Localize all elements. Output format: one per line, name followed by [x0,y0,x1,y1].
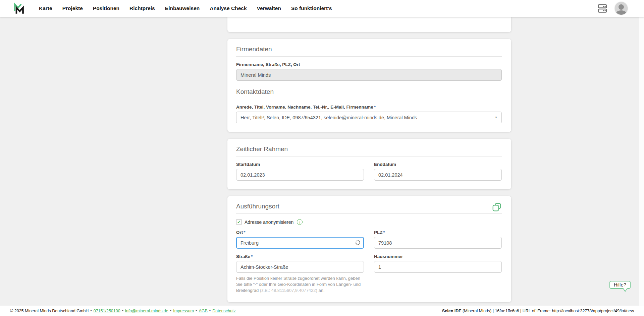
anonymize-label: Adresse anonymisieren [245,219,293,225]
nav-item-projekte[interactable]: Projekte [62,5,83,11]
main-nav: Karte Projekte Positionen Richtpreis Ein… [39,5,332,11]
strasse-field: Straße* Falls die Position keiner Straße… [236,254,364,294]
chevron-down-icon: ▼ [495,116,497,119]
nav-item-positionen[interactable]: Positionen [93,5,119,11]
info-icon[interactable]: i [297,219,303,225]
startdatum-field: Startdatum [236,162,364,181]
footer-link-email[interactable]: info@mineral-minds.de [125,309,168,313]
footer: © 2025 Mineral Minds Deutschland GmbH • … [0,306,644,316]
firmendaten-title: Firmendaten [236,46,502,53]
nav-item-richtpreis[interactable]: Richtpreis [129,5,155,11]
footer-debug-info: Selen IDE (Mineral Minds) | 16fae1ffc6a6… [442,309,634,313]
kontakt-field-label: Anrede, Titel, Vorname, Nachname, Tel.-N… [236,105,502,110]
anonymize-checkbox[interactable]: ✓ [236,219,242,225]
enddatum-label: Enddatum [374,162,502,167]
ide-name: Selen IDE [442,309,462,313]
form-column: Firmendaten Firmenname, Straße, PLZ, Ort… [227,17,511,302]
required-marker: * [374,105,376,110]
user-avatar[interactable] [615,2,628,15]
scrollbar-track[interactable] [639,17,644,306]
zeitraum-title: Zeitlicher Rahmen [236,145,502,153]
nav-item-karte[interactable]: Karte [39,5,52,11]
required-marker: * [244,230,245,235]
page-content: Firmendaten Firmenname, Straße, PLZ, Ort… [0,17,644,306]
footer-link-datenschutz[interactable]: Datenschutz [212,309,235,313]
loading-spinner-icon [356,240,360,245]
zeitlicher-rahmen-card: Zeitlicher Rahmen Startdatum Enddatum [227,139,511,189]
copy-icon[interactable] [492,202,502,212]
startdatum-label: Startdatum [236,162,364,167]
ausfuehrungsort-title: Ausführungsort [236,203,279,210]
startdatum-input[interactable] [236,169,364,181]
footer-left: © 2025 Mineral Minds Deutschland GmbH • … [10,309,236,313]
ort-field: Ort* [236,230,364,249]
strasse-input[interactable] [236,261,364,273]
plz-field: PLZ* [374,230,502,249]
divider [236,99,502,99]
divider [236,56,502,57]
plz-label: PLZ* [374,230,502,235]
hausnummer-input[interactable] [374,261,502,273]
strasse-hint-text: Falls die Position keiner Straße zugeord… [236,275,364,294]
ausfuehrungsort-card: Ausführungsort ✓ Adresse anonymisieren i… [227,196,511,302]
enddatum-field: Enddatum [374,162,502,181]
ort-label: Ort* [236,230,364,235]
required-marker: * [251,254,253,259]
hausnummer-field: Hausnummer [374,254,502,294]
navbar-right [597,2,628,15]
footer-link-phone[interactable]: 07151/250100 [94,309,120,313]
hausnummer-label: Hausnummer [374,254,502,259]
avatar-body-shape [616,10,627,15]
nav-item-analyse-check[interactable]: Analyse Check [210,5,247,11]
strasse-label: Straße* [236,254,364,259]
divider [236,213,502,214]
footer-link-agb[interactable]: AGB [199,309,207,313]
company-input [236,69,502,81]
hint-example: (z.B.: 48.8115607,9.4077422) [260,288,317,293]
required-marker: * [383,230,385,235]
footer-link-impressum[interactable]: Impressum [173,309,194,313]
previous-card-stub [227,17,511,32]
logo-icon [13,2,25,15]
server-stack-icon[interactable] [597,3,607,13]
nav-item-verwalten[interactable]: Verwalten [257,5,281,11]
kontakt-selected-value: Herr, TitelP, Selen, IDE, 0987/654321, s… [240,115,417,120]
kontakt-select[interactable]: Herr, TitelP, Selen, IDE, 0987/654321, s… [236,112,502,123]
kontaktdaten-title: Kontaktdaten [236,88,502,96]
ort-input[interactable] [236,237,364,249]
nav-item-einbauweisen[interactable]: Einbauweisen [165,5,200,11]
enddatum-input[interactable] [374,169,502,181]
top-navbar: Karte Projekte Positionen Richtpreis Ein… [0,0,644,17]
help-button[interactable]: Hilfe? [609,281,631,289]
mineral-minds-logo[interactable] [13,2,25,15]
avatar-head-shape [619,4,624,10]
plz-input[interactable] [374,237,502,249]
divider [236,156,502,156]
firmendaten-card: Firmendaten Firmenname, Straße, PLZ, Ort… [227,39,511,132]
company-field-label: Firmenname, Straße, PLZ, Ort [236,62,502,67]
nav-item-so-funktionierts[interactable]: So funktioniert's [291,5,332,11]
footer-copyright: © 2025 Mineral Minds Deutschland GmbH [10,309,89,313]
